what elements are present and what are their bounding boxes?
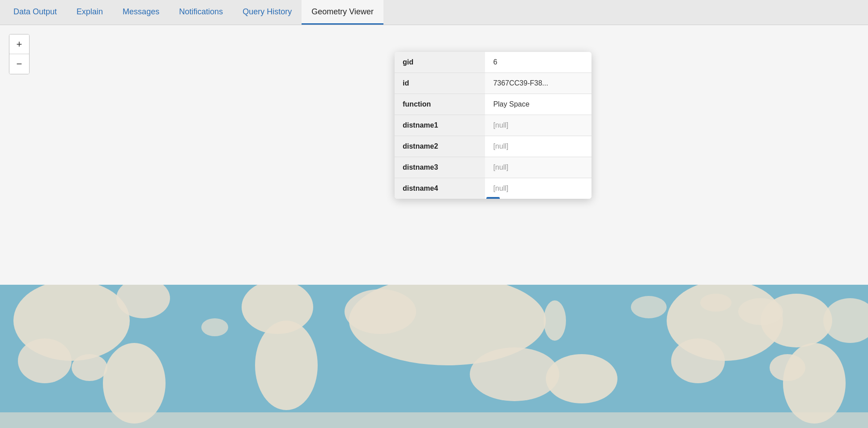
popup-row-value: [null] <box>485 115 591 136</box>
svg-point-20 <box>700 294 732 312</box>
svg-point-22 <box>823 298 868 343</box>
popup-row-value: [null] <box>485 178 591 199</box>
svg-rect-17 <box>0 412 868 428</box>
zoom-out-button[interactable]: − <box>9 54 29 74</box>
popup-row-key: id <box>395 73 485 94</box>
popup-row-key: function <box>395 94 485 115</box>
svg-point-13 <box>671 338 725 383</box>
tab-notifications[interactable]: Notifications <box>169 0 233 25</box>
svg-point-1 <box>18 338 72 383</box>
svg-point-21 <box>738 298 783 325</box>
zoom-in-button[interactable]: + <box>9 34 29 54</box>
popup-table: gid6id7367CC39-F38...functionPlay Spaced… <box>395 52 591 199</box>
svg-point-8 <box>546 354 617 403</box>
svg-point-10 <box>345 289 416 334</box>
popup-card: gid6id7367CC39-F38...functionPlay Spaced… <box>395 52 591 199</box>
tab-data-output[interactable]: Data Output <box>4 0 67 25</box>
popup-row-value: 6 <box>485 52 591 73</box>
map-area[interactable] <box>0 285 868 428</box>
popup-row-key: distname2 <box>395 136 485 157</box>
table-row: distname3[null] <box>395 157 591 178</box>
svg-point-11 <box>544 300 566 341</box>
popup-row-key: distname1 <box>395 115 485 136</box>
svg-point-5 <box>255 321 318 410</box>
table-row: functionPlay Space <box>395 94 591 115</box>
popup-row-value: [null] <box>485 136 591 157</box>
table-row: distname1[null] <box>395 115 591 136</box>
popup-row-value: [null] <box>485 157 591 178</box>
svg-point-9 <box>103 343 166 424</box>
main-content: + − gid6id7367CC39-F38...functionPlay Sp… <box>0 25 868 428</box>
popup-row-value: Play Space <box>485 94 591 115</box>
tab-bar: Data Output Explain Messages Notificatio… <box>0 0 868 25</box>
svg-point-18 <box>201 318 228 336</box>
table-row: gid6 <box>395 52 591 73</box>
popup-connector <box>486 197 500 199</box>
svg-point-2 <box>72 354 107 381</box>
table-row: id7367CC39-F38... <box>395 73 591 94</box>
popup-row-key: gid <box>395 52 485 73</box>
table-row: distname4[null] <box>395 178 591 199</box>
popup-row-key: distname4 <box>395 178 485 199</box>
svg-point-19 <box>631 296 667 318</box>
popup-row-key: distname3 <box>395 157 485 178</box>
tab-messages[interactable]: Messages <box>113 0 169 25</box>
svg-point-16 <box>783 343 846 424</box>
svg-point-7 <box>470 347 559 401</box>
table-row: distname2[null] <box>395 136 591 157</box>
tab-geometry-viewer[interactable]: Geometry Viewer <box>302 0 383 25</box>
zoom-controls: + − <box>9 34 30 74</box>
popup-row-value: 7367CC39-F38... <box>485 73 591 94</box>
tab-query-history[interactable]: Query History <box>233 0 302 25</box>
tab-explain[interactable]: Explain <box>67 0 113 25</box>
